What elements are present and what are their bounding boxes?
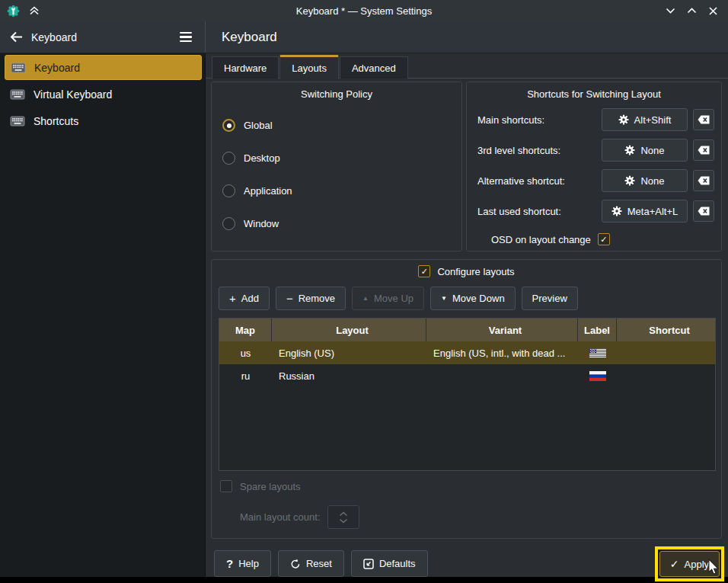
sidebar-item-virtual-keyboard[interactable]: Virtual Keyboard: [5, 82, 202, 107]
button-label: Reset: [306, 558, 332, 569]
button-label: Preview: [532, 293, 567, 304]
system-settings-window: Keyboard * — System Settings Keyboard: [0, 0, 728, 583]
sidebar: Keyboard Virtual Keyboard: [0, 53, 206, 577]
back-button[interactable]: [10, 31, 23, 43]
check-icon: ✓: [421, 267, 428, 276]
gear-icon: [624, 145, 635, 155]
spare-layouts-option[interactable]: Spare layouts: [220, 480, 301, 492]
button-label: Help: [238, 558, 259, 569]
menu-icon[interactable]: [177, 29, 195, 45]
tab-label: Layouts: [292, 62, 327, 74]
minimize-button[interactable]: [664, 5, 676, 17]
footer-buttons: ? Help Reset Defaults: [214, 550, 428, 577]
shortcut-value: None: [640, 175, 664, 187]
help-button[interactable]: ? Help: [214, 550, 271, 577]
shortcut-value: None: [640, 145, 664, 156]
tab-layouts[interactable]: Layouts: [279, 55, 339, 79]
maximize-button[interactable]: [685, 5, 698, 17]
column-header-label[interactable]: Label: [578, 319, 617, 341]
reset-button[interactable]: Reset: [278, 550, 344, 577]
osd-checkbox[interactable]: ✓: [598, 233, 610, 245]
spare-layouts-checkbox[interactable]: [220, 480, 232, 492]
ru-flag-icon: [589, 371, 606, 381]
check-icon: ✓: [600, 235, 607, 244]
radio-icon[interactable]: [222, 119, 235, 132]
sidebar-item-label: Shortcuts: [34, 115, 78, 127]
question-icon: ?: [226, 557, 233, 570]
triangle-up-icon: ▲: [362, 296, 369, 302]
cell-layout: English (US): [272, 348, 426, 359]
minus-icon: −: [286, 293, 293, 304]
sidebar-item-shortcuts[interactable]: Shortcuts: [5, 108, 202, 133]
radio-application[interactable]: Application: [222, 175, 451, 207]
tab-advanced[interactable]: Advanced: [340, 56, 408, 78]
table-row-us[interactable]: us English (US) English (US, intl., with…: [219, 341, 715, 364]
radio-global[interactable]: Global: [222, 109, 451, 142]
tab-hardware[interactable]: Hardware: [212, 56, 279, 78]
shortcut-row-alternative: Alternative shortcut: None: [477, 169, 714, 192]
main-layout-count-label: Main layout count:: [240, 511, 321, 523]
group-title: Shortcuts for Switching Layout: [467, 82, 721, 100]
cell-map: ru: [219, 370, 272, 382]
cell-layout: Russian: [272, 370, 426, 382]
cell-label: [578, 371, 617, 381]
radio-icon[interactable]: [222, 152, 235, 165]
mouse-cursor: [707, 559, 720, 578]
check-icon: ✓: [670, 558, 679, 570]
triangle-down-icon: ▼: [441, 296, 447, 302]
configure-layouts-checkbox[interactable]: ✓: [418, 265, 430, 277]
gear-icon: [611, 206, 622, 216]
main-shortcut-button[interactable]: Alt+Shift: [602, 108, 688, 131]
clear-last-used-shortcut-button[interactable]: [693, 200, 714, 222]
column-header-variant[interactable]: Variant: [426, 319, 578, 341]
table-header: Map Layout Variant Label Shortcut: [219, 319, 715, 341]
radio-icon[interactable]: [222, 217, 235, 230]
preview-button[interactable]: Preview: [522, 287, 578, 310]
move-down-button[interactable]: ▼ Move Down: [430, 287, 516, 310]
clear-3rd-level-shortcut-button[interactable]: [693, 139, 714, 161]
backspace-icon: [698, 176, 710, 185]
clear-main-shortcut-button[interactable]: [693, 109, 714, 130]
osd-option[interactable]: OSD on layout change ✓: [477, 230, 714, 248]
third-level-shortcut-button[interactable]: None: [602, 139, 688, 162]
button-label: Defaults: [379, 558, 416, 569]
radio-desktop[interactable]: Desktop: [222, 142, 451, 175]
chevron-up-icon[interactable]: [339, 511, 348, 517]
chevron-down-icon[interactable]: [339, 518, 348, 524]
main-layout-count-spinner[interactable]: [327, 505, 359, 529]
close-button[interactable]: [707, 5, 719, 17]
add-button[interactable]: + Add: [219, 287, 270, 310]
shortcut-row-last-used: Last used shortcut: Meta+Alt+L: [477, 200, 714, 223]
defaults-button[interactable]: Defaults: [351, 550, 428, 577]
radio-window[interactable]: Window: [222, 207, 451, 240]
move-up-button[interactable]: ▲ Move Up: [352, 287, 424, 310]
button-label: Add: [241, 293, 259, 304]
shortcut-label: Alternative shortcut:: [477, 175, 602, 187]
radio-label: Application: [244, 185, 292, 197]
clear-alternative-shortcut-button[interactable]: [693, 170, 714, 191]
last-used-shortcut-button[interactable]: Meta+Alt+L: [602, 200, 688, 223]
radio-icon[interactable]: [222, 184, 235, 197]
plus-icon: +: [229, 293, 236, 304]
button-label: Remove: [299, 293, 335, 304]
page-title: Keyboard: [222, 30, 277, 45]
column-header-layout[interactable]: Layout: [272, 319, 426, 341]
sidebar-header: Keyboard: [0, 21, 206, 53]
cell-map: us: [219, 348, 272, 359]
osd-label: OSD on layout change: [491, 234, 591, 245]
column-header-shortcut[interactable]: Shortcut: [617, 319, 715, 341]
titlebar: Keyboard * — System Settings: [0, 0, 728, 21]
configure-layouts-group: ✓ Configure layouts + Add − Remove ▲ Mov…: [211, 259, 722, 539]
shortcut-label: 3rd level shortcuts:: [477, 145, 602, 156]
remove-button[interactable]: − Remove: [276, 287, 346, 310]
switching-policy-group: Switching Policy Global Desktop Applicat…: [211, 82, 462, 251]
sidebar-item-keyboard[interactable]: Keyboard: [5, 55, 202, 80]
keep-above-icon[interactable]: [28, 5, 40, 17]
configure-layouts-option[interactable]: ✓ Configure layouts: [212, 260, 721, 277]
button-label: Move Down: [452, 293, 505, 304]
alternative-shortcut-button[interactable]: None: [602, 169, 688, 192]
table-row-ru[interactable]: ru Russian: [219, 364, 715, 387]
column-header-map[interactable]: Map: [219, 319, 272, 341]
backspace-icon: [698, 207, 710, 216]
tab-bar: Hardware Layouts Advanced: [212, 55, 409, 78]
